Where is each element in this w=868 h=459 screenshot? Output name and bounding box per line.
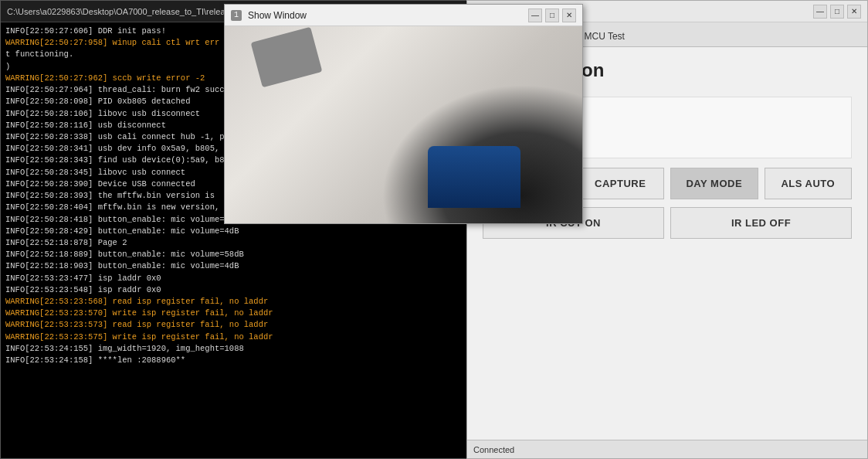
day-mode-button[interactable]: DAY MODE bbox=[670, 168, 758, 199]
iq-panel-controls: — □ ✕ bbox=[813, 5, 861, 19]
capture-button[interactable]: CAPTURE bbox=[577, 168, 665, 199]
terminal-line: INFO[22:53:24:155] img_width=1920, img_h… bbox=[5, 343, 473, 355]
terminal-line: WARRING[22:53:23:575] write isp register… bbox=[5, 332, 473, 343]
show-window-title: Show Window bbox=[248, 10, 522, 21]
show-window: 1 Show Window — □ ✕ bbox=[224, 4, 583, 224]
terminal-line: INFO[22:53:23:548] isp raddr 0x0 bbox=[5, 284, 473, 296]
show-maximize-button[interactable]: □ bbox=[545, 8, 559, 22]
terminal-line: WARRING[22:53:23:570] write isp register… bbox=[5, 308, 473, 319]
show-titlebar: 1 Show Window — □ ✕ bbox=[225, 5, 582, 26]
camera-blue-object bbox=[428, 146, 520, 208]
show-close-button[interactable]: ✕ bbox=[562, 8, 576, 22]
terminal-line: INFO[22:50:28:429] button_enable: mic vo… bbox=[5, 226, 473, 237]
show-minimize-button[interactable]: — bbox=[528, 8, 542, 22]
iq-status-text: Connected bbox=[473, 445, 514, 454]
terminal-line: INFO[22:52:18:903] button_enable: mic vo… bbox=[5, 260, 473, 272]
terminal-line: WARRING[22:53:23:568] read isp register … bbox=[5, 296, 473, 308]
terminal-line: INFO[22:52:18:889] button_enable: mic vo… bbox=[5, 249, 473, 260]
terminal-line: WARRING[22:53:23:573] read isp register … bbox=[5, 319, 473, 331]
terminal-title: C:\Users\a0229863\Desktop\OA7000_release… bbox=[7, 7, 243, 16]
terminal-line: INFO[22:53:24:158] ****len :2088960** bbox=[5, 355, 473, 366]
iq-close-button[interactable]: ✕ bbox=[847, 5, 861, 19]
iq-statusbar: Connected bbox=[467, 440, 867, 458]
terminal-line: INFO[22:52:18:878] Page 2 bbox=[5, 237, 473, 249]
camera-feed bbox=[225, 26, 582, 223]
iq-minimize-button[interactable]: — bbox=[813, 5, 827, 19]
show-window-icon: 1 bbox=[231, 10, 242, 21]
terminal-line: INFO[22:53:23:477] isp laddr 0x0 bbox=[5, 273, 473, 284]
show-window-controls: — □ ✕ bbox=[528, 8, 576, 22]
iq-maximize-button[interactable]: □ bbox=[830, 5, 844, 19]
ir-led-off-button[interactable]: IR LED OFF bbox=[670, 207, 852, 239]
als-auto-button[interactable]: ALS AUTO bbox=[765, 168, 853, 199]
